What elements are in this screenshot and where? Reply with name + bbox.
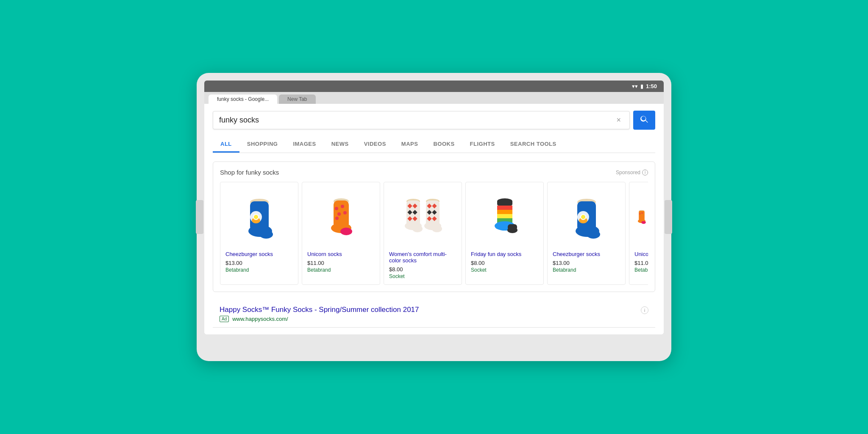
tab-search[interactable]: funky socks - Google...	[209, 95, 277, 104]
unicorn-sock-svg	[322, 189, 360, 245]
wifi-icon: ▾▾	[632, 83, 638, 89]
nav-tabs: ALL SHOPPING IMAGES NEWS VIDEOS MAPS BOO…	[213, 136, 655, 153]
speaker-right	[665, 200, 672, 234]
product-image	[307, 187, 375, 247]
time-display: 1:50	[646, 83, 657, 89]
shop-header: Shop for funky socks Sponsored i	[220, 169, 648, 176]
product-store: Socket	[389, 273, 456, 279]
product-image	[553, 187, 620, 247]
product-name[interactable]: Unicorn socks	[307, 251, 375, 257]
product-price: $8.00	[389, 266, 456, 273]
product-price: $8.00	[471, 260, 538, 266]
product-store: Socket	[471, 267, 538, 273]
product-store: Betabrand	[553, 267, 620, 273]
tab-maps[interactable]: MAPS	[394, 136, 426, 153]
status-icons: ▾▾ ▮ 1:50	[632, 83, 657, 89]
battery-icon: ▮	[640, 83, 643, 89]
svg-rect-38	[497, 200, 512, 206]
search-button[interactable]	[633, 111, 655, 130]
product-card[interactable]: Cheezburger socks $13.00 Betabrand	[220, 182, 298, 285]
svg-point-26	[412, 225, 423, 232]
product-name[interactable]: Cheezburger socks	[553, 251, 620, 257]
products-row: Cheezburger socks $13.00 Betabrand	[220, 182, 648, 285]
info-icon[interactable]: i	[641, 306, 648, 314]
search-bar-row: funky socks ×	[213, 111, 655, 130]
product-store: Betabrand	[307, 267, 375, 273]
search-icon	[640, 115, 648, 123]
svg-point-58	[642, 212, 643, 214]
svg-point-10	[335, 207, 338, 210]
svg-point-11	[341, 205, 344, 208]
product-price: $13.00	[225, 260, 293, 266]
product-name[interactable]: Cheezburger socks	[225, 251, 293, 257]
svg-point-36	[432, 225, 442, 232]
product-price: $11.00	[307, 260, 375, 266]
svg-point-3	[259, 230, 273, 239]
ad-title[interactable]: Happy Socks™ Funky Socks - Spring/Summer…	[220, 306, 419, 314]
product-name[interactable]: Unicor...	[634, 251, 648, 257]
svg-point-54	[581, 215, 585, 219]
product-card[interactable]: Unicorn socks $11.00 Betabrand	[302, 182, 380, 285]
tab-news[interactable]: NEWS	[324, 136, 356, 153]
product-image	[225, 187, 293, 247]
product-store: Betabr...	[634, 267, 648, 273]
friday-sock-svg	[486, 189, 524, 245]
svg-point-12	[337, 212, 341, 216]
svg-point-16	[340, 228, 352, 235]
product-image	[634, 187, 648, 247]
tablet: ▾▾ ▮ 1:50 funky socks - Google... New Ta…	[197, 73, 671, 361]
ad-url-row: Ad www.happysocks.com/	[220, 316, 419, 322]
cheezburger2-sock-svg	[565, 189, 608, 245]
product-card[interactable]: Friday fun day socks $8.00 Socket	[465, 182, 544, 285]
ad-result: Happy Socks™ Funky Socks - Spring/Summer…	[213, 300, 655, 328]
tab-all[interactable]: ALL	[213, 136, 239, 153]
ad-url[interactable]: www.happysocks.com/	[232, 316, 288, 322]
product-image	[389, 187, 456, 247]
svg-point-46	[507, 227, 517, 233]
product-card-partial[interactable]: Unicor... $11.00 Betabr...	[629, 182, 648, 285]
browser-tabs: funky socks - Google... New Tab	[204, 92, 664, 104]
sponsored-label: Sponsored i	[616, 170, 648, 175]
cheezburger-sock-svg	[238, 189, 281, 245]
product-card[interactable]: Cheezburger socks $13.00 Betabrand	[547, 182, 626, 285]
search-query: funky socks	[219, 116, 614, 125]
product-price: $11.00	[634, 260, 648, 266]
browser-window: ▾▾ ▮ 1:50 funky socks - Google... New Ta…	[204, 81, 664, 334]
svg-point-60	[641, 221, 646, 224]
comfort-sock-svg	[400, 189, 446, 245]
product-name[interactable]: Friday fun day socks	[471, 251, 538, 257]
ad-badge: Ad	[220, 316, 229, 322]
svg-point-50	[587, 230, 600, 239]
shop-title: Shop for funky socks	[220, 169, 279, 176]
tab-images[interactable]: IMAGES	[285, 136, 323, 153]
shop-section: Shop for funky socks Sponsored i	[213, 161, 655, 292]
status-bar: ▾▾ ▮ 1:50	[204, 81, 664, 92]
sponsored-info-icon[interactable]: i	[642, 170, 648, 175]
tab-search-tools[interactable]: SEARCH TOOLS	[503, 136, 564, 153]
svg-rect-39	[497, 206, 512, 210]
svg-rect-41	[497, 214, 512, 218]
tab-videos[interactable]: VIDEOS	[356, 136, 394, 153]
product-store: Betabrand	[225, 267, 293, 273]
product-card[interactable]: Women's comfort multi-color socks $8.00 …	[384, 182, 462, 285]
product-price: $13.00	[553, 260, 620, 266]
tab-books[interactable]: BOOKS	[426, 136, 462, 153]
svg-point-57	[639, 213, 640, 214]
tab-shopping[interactable]: SHOPPING	[239, 136, 286, 153]
tab-new[interactable]: New Tab	[279, 95, 315, 104]
speaker-left	[196, 200, 203, 234]
unicorn2-sock-svg	[634, 189, 648, 245]
browser-content: funky socks × ALL SHOPPING IMAGES NEWS V…	[204, 104, 664, 334]
clear-button[interactable]: ×	[614, 116, 623, 125]
product-name[interactable]: Women's comfort multi-color socks	[389, 251, 456, 264]
search-box: funky socks ×	[213, 111, 630, 129]
svg-point-7	[254, 215, 258, 219]
product-image	[471, 187, 538, 247]
svg-point-13	[343, 211, 347, 214]
tab-flights[interactable]: FLIGHTS	[462, 136, 503, 153]
svg-rect-40	[497, 210, 512, 214]
svg-point-14	[335, 217, 339, 220]
